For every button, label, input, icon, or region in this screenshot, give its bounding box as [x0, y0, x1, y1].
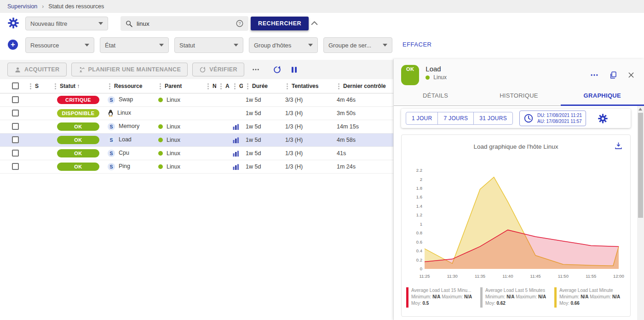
custom-time-period-button[interactable]: DU: 17/08/2021 11:21 AU: 17/08/2021 11:5… [519, 111, 586, 126]
refresh-list-icon[interactable] [273, 65, 282, 74]
drag-handle-icon [160, 86, 161, 87]
svg-text:11:55: 11:55 [586, 273, 596, 279]
parent-status-dot [158, 138, 163, 142]
parent-name[interactable]: Linux [167, 123, 180, 130]
filter-select-label: Groupe de ser... [328, 42, 371, 49]
range-31-jours[interactable]: 31 JOURS [474, 112, 512, 124]
row-checkbox[interactable] [12, 110, 19, 116]
add-criteria-button[interactable]: + [8, 40, 18, 50]
graph-available-icon[interactable] [233, 124, 239, 130]
row-checkbox[interactable] [12, 150, 19, 157]
column-header-g[interactable]: G [230, 79, 243, 93]
parent-name[interactable]: Linux [167, 163, 180, 170]
search-input[interactable] [137, 20, 232, 27]
graph-available-icon[interactable] [233, 137, 239, 143]
detail-more-actions-icon[interactable] [590, 70, 599, 80]
resource-row-swap[interactable]: CRITIQUESSwapLinux1w 5d3/3 (H)4m 46s [0, 93, 393, 106]
column-header-duree[interactable]: Durée [243, 79, 282, 93]
legend-series-name: Average Load Last Minute [559, 287, 620, 294]
resource-row-ping[interactable]: OKSPingLinux1w 5d1/3 (H)1m 24s [0, 160, 393, 173]
graph-title: Load graphique de l'hôte Linux [473, 143, 558, 150]
breadcrumb-supervision[interactable]: Supervision [7, 3, 37, 10]
drag-handle-icon [338, 86, 339, 87]
ack-cell [216, 120, 230, 133]
resource-name[interactable]: Linux [117, 110, 131, 116]
duration-cell: 1w 5d [243, 160, 282, 173]
filter-select-label: Statut [179, 42, 195, 49]
filter-select-groupe-hotes[interactable]: Group d'hôtes [249, 37, 318, 53]
legend-color-bar [480, 287, 483, 308]
graph-settings-gear-icon[interactable] [598, 114, 608, 123]
export-graph-icon[interactable] [614, 141, 623, 150]
person-icon [14, 66, 21, 73]
row-checkbox[interactable] [12, 123, 19, 130]
parent-name[interactable]: Linux [167, 150, 180, 157]
scrollbar-thumb[interactable] [638, 113, 643, 218]
column-header-parent[interactable]: Parent [155, 79, 203, 93]
collapse-filters-chevron-icon[interactable] [311, 20, 318, 27]
legend-item[interactable]: Average Load Last 15 Minu...Minimum: N/A… [406, 287, 478, 308]
resource-name[interactable]: Cpu [119, 150, 129, 156]
legend-item[interactable]: Average Load Last MinuteMinimum: N/A Max… [554, 287, 626, 308]
search-button[interactable]: RECHERCHER [251, 17, 309, 30]
range-7-jours[interactable]: 7 JOURS [438, 112, 474, 124]
ack-cell [216, 106, 230, 120]
sort-ascending-icon[interactable]: ↑ [75, 83, 80, 89]
resource-row-memory[interactable]: OKSMemoryLinux1w 5d1/3 (H)14m 15s [0, 120, 393, 133]
close-panel-icon[interactable] [627, 71, 635, 79]
resource-row-load[interactable]: OKSLoadLinux1w 5d1/3 (H)4m 58s [0, 133, 393, 146]
acknowledge-button[interactable]: ACQUITTER [7, 63, 67, 76]
resource-row-linux[interactable]: DISPONIBLELinux1w 5d1/3 (H)3m 50s [0, 106, 393, 120]
parent-name[interactable]: Linux [167, 97, 180, 103]
column-header-s[interactable]: S [26, 79, 51, 93]
resource-name[interactable]: Ping [119, 163, 130, 169]
column-header-a[interactable]: A [216, 79, 230, 93]
filter-select-etat[interactable]: État [100, 37, 169, 53]
scroll-up-arrow-icon[interactable] [638, 108, 642, 111]
set-downtime-button[interactable]: PLANIFIER UNE MAINTENANCE [71, 63, 188, 76]
parent-name[interactable]: Linux [167, 137, 180, 143]
help-icon[interactable] [236, 19, 244, 28]
resource-name[interactable]: Load [119, 136, 132, 143]
graph-available-icon[interactable] [233, 164, 239, 170]
legend-item[interactable]: Average Load Last 5 MinutesMinimum: N/A … [480, 287, 552, 308]
more-actions-icon[interactable] [252, 65, 260, 74]
last-check-cell: 41s [334, 146, 393, 160]
filter-select-groupe-services[interactable]: Groupe de ser... [323, 37, 392, 53]
drag-handle-icon [30, 86, 31, 87]
row-checkbox[interactable] [12, 96, 19, 103]
saved-filter-select[interactable]: Nouveau filtre [25, 17, 108, 30]
search-box[interactable] [121, 16, 248, 31]
resource-name[interactable]: Memory [119, 123, 139, 129]
tab-historique[interactable]: HISTORIQUE [477, 85, 560, 105]
row-checkbox[interactable] [12, 163, 19, 170]
service-type-icon: S [108, 96, 115, 104]
filter-select-ressource[interactable]: Ressource [25, 37, 94, 53]
filter-settings-gear-icon[interactable] [8, 17, 19, 29]
range-1-jour[interactable]: 1 JOUR [406, 112, 438, 124]
tab-graphique[interactable]: GRAPHIQUE [561, 85, 644, 105]
panel-scrollbar[interactable] [637, 106, 644, 320]
row-checkbox[interactable] [12, 136, 19, 143]
pause-auto-refresh-icon[interactable] [290, 65, 299, 74]
column-header-statut[interactable]: Statut ↑ [51, 79, 105, 93]
status-badge: OK [57, 136, 99, 144]
select-all-checkbox[interactable] [12, 82, 19, 89]
graph-available-icon[interactable] [233, 151, 239, 157]
check-button[interactable]: VÉRIFIER [192, 63, 244, 76]
load-area-chart: 00.20.40.60.811.21.41.61.822.211:2511:30… [408, 166, 624, 282]
resource-name[interactable]: Swap [119, 96, 133, 103]
column-header-tentatives[interactable]: Tentatives [282, 79, 334, 93]
resource-row-cpu[interactable]: OKSCpuLinux1w 5d1/3 (H)41s [0, 146, 393, 160]
filter-select-statut[interactable]: Statut [174, 37, 243, 53]
tab-details[interactable]: DÉTAILS [394, 85, 477, 105]
column-header-dernier-controle[interactable]: Dernier contrôle [334, 79, 393, 93]
column-header-n[interactable]: N [203, 79, 216, 93]
status-badge: OK [57, 122, 99, 131]
copy-link-icon[interactable] [609, 71, 617, 79]
duration-cell: 1w 5d [243, 93, 282, 106]
svg-text:11:40: 11:40 [502, 273, 513, 279]
clear-filters-button[interactable]: EFFACER [402, 41, 431, 48]
column-header-ressource[interactable]: Ressource [105, 79, 155, 93]
parent-status-dot [158, 151, 163, 156]
